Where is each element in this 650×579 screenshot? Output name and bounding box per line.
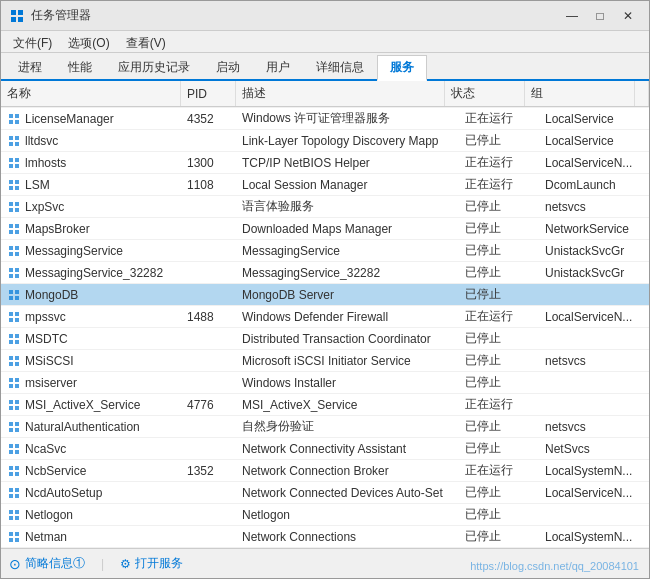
table-row[interactable]: lltdsvcLink-Layer Topology Discovery Map… bbox=[1, 130, 649, 152]
service-name-text: Netman bbox=[25, 530, 67, 544]
svg-rect-60 bbox=[9, 356, 13, 360]
service-name-text: MessagingService_32282 bbox=[25, 266, 163, 280]
tab-services[interactable]: 服务 bbox=[377, 55, 427, 81]
cell-service-name: MessagingService bbox=[1, 240, 181, 261]
service-icon bbox=[7, 134, 21, 148]
menu-bar: 文件(F) 选项(O) 查看(V) bbox=[1, 31, 649, 53]
up-arrow-icon: ⊙ bbox=[9, 556, 21, 572]
tab-performance[interactable]: 性能 bbox=[55, 55, 105, 79]
maximize-button[interactable]: □ bbox=[587, 6, 613, 26]
table-row[interactable]: MongoDBMongoDB Server已停止 bbox=[1, 284, 649, 306]
cell-status: 已停止 bbox=[459, 526, 539, 547]
tab-startup[interactable]: 启动 bbox=[203, 55, 253, 79]
service-icon bbox=[7, 156, 21, 170]
minimize-button[interactable]: — bbox=[559, 6, 585, 26]
table-row[interactable]: MessagingService_32282MessagingService_3… bbox=[1, 262, 649, 284]
cell-status: 已停止 bbox=[459, 416, 539, 437]
table-row[interactable]: NaturalAuthentication自然身份验证已停止netsvcs bbox=[1, 416, 649, 438]
menu-options[interactable]: 选项(O) bbox=[60, 33, 117, 50]
cell-service-name: NcbService bbox=[1, 460, 181, 481]
cell-group: UnistackSvcGr bbox=[539, 240, 649, 261]
cell-service-name: MongoDB bbox=[1, 284, 181, 305]
svg-rect-83 bbox=[15, 472, 19, 476]
tab-app-history[interactable]: 应用历史记录 bbox=[105, 55, 203, 79]
summary-button[interactable]: ⊙ 简略信息① bbox=[9, 555, 85, 572]
cell-desc: Downloaded Maps Manager bbox=[236, 218, 459, 239]
col-scrollbar-spacer bbox=[635, 81, 649, 106]
svg-rect-41 bbox=[15, 246, 19, 250]
col-group[interactable]: 组 bbox=[525, 81, 635, 106]
svg-rect-77 bbox=[15, 444, 19, 448]
col-desc[interactable]: 描述 bbox=[236, 81, 445, 106]
cell-status: 已停止 bbox=[459, 284, 539, 305]
svg-rect-73 bbox=[15, 422, 19, 426]
cell-desc: Network Connection Broker bbox=[236, 460, 459, 481]
table-body[interactable]: LanmanServer6208Server正在运行netsvcsLanmanW… bbox=[1, 107, 649, 548]
cell-service-name: MapsBroker bbox=[1, 218, 181, 239]
close-button[interactable]: ✕ bbox=[615, 6, 641, 26]
cell-desc: MessagingService_32282 bbox=[236, 262, 459, 283]
svg-rect-26 bbox=[9, 164, 13, 168]
svg-rect-55 bbox=[15, 318, 19, 322]
svg-rect-74 bbox=[9, 428, 13, 432]
tab-processes[interactable]: 进程 bbox=[5, 55, 55, 79]
service-icon bbox=[7, 178, 21, 192]
col-name[interactable]: 名称 bbox=[1, 81, 181, 106]
cell-group: LocalServiceN... bbox=[539, 306, 649, 327]
cell-group: LocalSystemN... bbox=[539, 460, 649, 481]
table-row[interactable]: NetlogonNetlogon已停止 bbox=[1, 504, 649, 526]
service-name-text: lmhosts bbox=[25, 156, 66, 170]
service-name-text: msiserver bbox=[25, 376, 77, 390]
cell-pid bbox=[181, 240, 236, 261]
svg-rect-69 bbox=[15, 400, 19, 404]
col-status[interactable]: 状态 bbox=[445, 81, 525, 106]
tab-details[interactable]: 详细信息 bbox=[303, 55, 377, 79]
table-row[interactable]: NetmanNetwork Connections已停止LocalSystemN… bbox=[1, 526, 649, 548]
table-row[interactable]: NcdAutoSetupNetwork Connected Devices Au… bbox=[1, 482, 649, 504]
cell-group: LocalService bbox=[539, 130, 649, 151]
table-row[interactable]: MSiSCSIMicrosoft iSCSI Initiator Service… bbox=[1, 350, 649, 372]
table-row[interactable]: LicenseManager4352Windows 许可证管理器服务正在运行Lo… bbox=[1, 108, 649, 130]
menu-file[interactable]: 文件(F) bbox=[5, 33, 60, 50]
table-row[interactable]: MapsBrokerDownloaded Maps Manager已停止Netw… bbox=[1, 218, 649, 240]
cell-service-name: LicenseManager bbox=[1, 108, 181, 129]
table-row[interactable]: MSI_ActiveX_Service4776MSI_ActiveX_Servi… bbox=[1, 394, 649, 416]
tab-users[interactable]: 用户 bbox=[253, 55, 303, 79]
service-name-text: LxpSvc bbox=[25, 200, 64, 214]
table-row[interactable]: MSDTCDistributed Transaction Coordinator… bbox=[1, 328, 649, 350]
table-row[interactable]: LxpSvc语言体验服务已停止netsvcs bbox=[1, 196, 649, 218]
open-service-button[interactable]: ⚙ 打开服务 bbox=[120, 555, 183, 572]
svg-rect-93 bbox=[15, 532, 19, 536]
svg-rect-80 bbox=[9, 466, 13, 470]
cell-desc: Windows Defender Firewall bbox=[236, 306, 459, 327]
cell-pid bbox=[181, 262, 236, 283]
menu-view[interactable]: 查看(V) bbox=[118, 33, 174, 50]
service-icon bbox=[7, 464, 21, 478]
open-service-label: 打开服务 bbox=[135, 555, 183, 572]
table-row[interactable]: msiserverWindows Installer已停止 bbox=[1, 372, 649, 394]
col-pid[interactable]: PID bbox=[181, 81, 236, 106]
cell-pid: 1108 bbox=[181, 174, 236, 195]
table-row[interactable]: lmhosts1300TCP/IP NetBIOS Helper正在运行Loca… bbox=[1, 152, 649, 174]
cell-pid: 4352 bbox=[181, 108, 236, 129]
table-row[interactable]: NcaSvcNetwork Connectivity Assistant已停止N… bbox=[1, 438, 649, 460]
cell-group bbox=[539, 328, 649, 349]
table-row[interactable]: LSM1108Local Session Manager正在运行DcomLaun… bbox=[1, 174, 649, 196]
svg-rect-27 bbox=[15, 164, 19, 168]
window-title: 任务管理器 bbox=[31, 7, 91, 24]
cell-service-name: MSI_ActiveX_Service bbox=[1, 394, 181, 415]
table-row[interactable]: mpssvc1488Windows Defender Firewall正在运行L… bbox=[1, 306, 649, 328]
cell-pid bbox=[181, 130, 236, 151]
services-table: 名称 PID 描述 状态 组 LanmanServer6208Server正在运… bbox=[1, 81, 649, 548]
service-icon bbox=[7, 200, 21, 214]
service-name-text: lltdsvc bbox=[25, 134, 58, 148]
svg-rect-21 bbox=[15, 136, 19, 140]
table-row[interactable]: MessagingServiceMessagingService已停止Unist… bbox=[1, 240, 649, 262]
cell-pid bbox=[181, 504, 236, 525]
cell-group: LocalServiceN... bbox=[539, 152, 649, 173]
svg-rect-20 bbox=[9, 136, 13, 140]
table-row[interactable]: NcbService1352Network Connection Broker正… bbox=[1, 460, 649, 482]
svg-rect-54 bbox=[9, 318, 13, 322]
cell-service-name: NaturalAuthentication bbox=[1, 416, 181, 437]
svg-rect-32 bbox=[9, 202, 13, 206]
